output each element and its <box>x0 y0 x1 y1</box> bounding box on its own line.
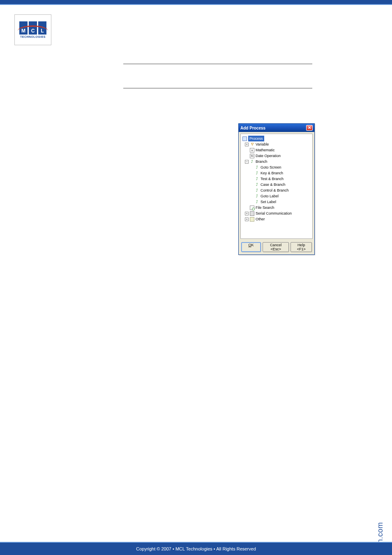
collapse-icon[interactable]: − <box>245 160 249 164</box>
tree-branch-child[interactable]: ⤴ Goto Screen <box>242 164 311 170</box>
tree-mathematic-label: Mathematic <box>256 147 275 153</box>
tree-date-label: Date Operation <box>256 153 281 159</box>
tree-other[interactable]: + Other <box>242 216 311 222</box>
help-button[interactable]: Help <F1> <box>291 242 312 252</box>
tree-branch-child[interactable]: ⤴ Case & Branch <box>242 182 311 187</box>
calendar-icon: 31 <box>250 154 254 158</box>
branch-icon: ⤴ <box>255 165 259 170</box>
logo-bars: M C L <box>19 21 46 35</box>
footer-text: Copyright © 2007 • MCL Technologies • Al… <box>136 546 256 551</box>
footer: Copyright © 2007 • MCL Technologies • Al… <box>0 542 392 555</box>
tree-serial-label: Serial Communication <box>256 210 292 216</box>
other-icon <box>250 217 254 222</box>
tree-branch-child[interactable]: ⤴ Control & Branch <box>242 187 311 193</box>
branch-icon: ⤴ <box>255 177 259 181</box>
dialog-buttons: OK Cancel <Esc> Help <F1> <box>239 240 314 254</box>
branch-icon: ⤴ <box>255 200 259 204</box>
logo-bar-c: C <box>29 21 37 35</box>
tree-child-label: Key & Branch <box>261 170 283 176</box>
content-area <box>123 64 312 88</box>
tree-child-label: Goto Screen <box>261 164 281 170</box>
tree-child-label: Goto Label <box>261 193 279 199</box>
expand-icon[interactable]: + <box>245 212 249 215</box>
tree-file-label: File Search <box>256 205 274 210</box>
logo-bar-m: M <box>19 21 28 35</box>
tree-child-label: Set Label <box>261 199 276 205</box>
tree-branch-child[interactable]: ⤴ Set Label <box>242 199 311 205</box>
tree-mathematic[interactable]: x Mathematic <box>242 147 311 153</box>
branch-icon: ⤴ <box>250 160 254 164</box>
process-tree[interactable]: Process + ▽ Variable x Mathematic 31 Dat… <box>240 134 313 239</box>
top-bar <box>0 0 392 5</box>
expand-icon[interactable]: + <box>245 143 249 146</box>
ok-button[interactable]: OK <box>241 242 261 252</box>
tree-branch-child[interactable]: ⤴ Test & Branch <box>242 176 311 182</box>
tree-variable[interactable]: + ▽ Variable <box>242 141 311 147</box>
serial-icon <box>250 211 254 216</box>
branch-icon: ⤴ <box>255 188 259 193</box>
divider-1 <box>123 64 312 64</box>
tree-date-operation[interactable]: 31 Date Operation <box>242 153 311 159</box>
branch-icon: ⤴ <box>255 194 259 199</box>
tree-child-label: Control & Branch <box>261 187 289 193</box>
tree-branch-child[interactable]: ⤴ Key & Branch <box>242 170 311 176</box>
tree-variable-label: Variable <box>256 141 269 147</box>
dialog-titlebar[interactable]: Add Process ✕ <box>239 124 314 132</box>
math-icon: x <box>250 148 254 153</box>
tree-root-label: Process <box>248 136 264 141</box>
dialog-wrap: Add Process ✕ Process + ▽ Variable x Mat… <box>238 123 315 255</box>
logo-bar-l: L <box>38 21 46 35</box>
variable-icon: ▽ <box>250 142 254 147</box>
tree-child-label: Test & Branch <box>261 176 284 182</box>
expand-icon[interactable]: + <box>245 217 249 221</box>
close-icon[interactable]: ✕ <box>306 125 313 131</box>
tree-serial[interactable]: + Serial Communication <box>242 210 311 216</box>
add-process-dialog: Add Process ✕ Process + ▽ Variable x Mat… <box>238 123 315 255</box>
tree-file-search[interactable]: File Search <box>242 205 311 210</box>
tree-root[interactable]: Process <box>242 136 311 141</box>
cancel-button[interactable]: Cancel <Esc> <box>263 242 289 252</box>
dialog-title: Add Process <box>240 126 265 130</box>
branch-icon: ⤴ <box>255 183 259 187</box>
logo: M C L TECHNOLOGIES <box>14 14 51 45</box>
divider-2 <box>123 88 312 88</box>
file-search-icon <box>250 206 254 210</box>
tree-child-label: Case & Branch <box>261 182 286 187</box>
tree-branch-child[interactable]: ⤴ Goto Label <box>242 193 311 199</box>
logo-subtext: TECHNOLOGIES <box>20 35 46 38</box>
process-icon <box>242 136 247 141</box>
tree-branch-label: Branch <box>256 159 267 164</box>
tree-branch[interactable]: − ⤴ Branch <box>242 159 311 164</box>
tree-other-label: Other <box>256 216 265 222</box>
branch-icon: ⤴ <box>255 171 259 176</box>
